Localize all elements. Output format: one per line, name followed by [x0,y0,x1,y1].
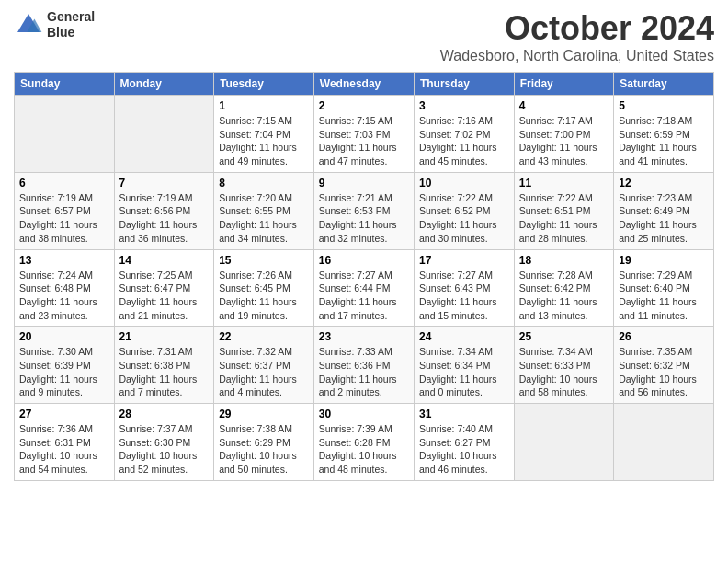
day-detail: Sunrise: 7:30 AM Sunset: 6:39 PM Dayligh… [19,345,109,399]
day-number: 17 [419,254,509,267]
calendar-day-cell: 10Sunrise: 7:22 AM Sunset: 6:52 PM Dayli… [414,172,514,249]
day-detail: Sunrise: 7:37 AM Sunset: 6:30 PM Dayligh… [119,422,210,477]
calendar-day-cell: 14Sunrise: 7:25 AM Sunset: 6:47 PM Dayli… [114,249,214,327]
calendar-day-cell [15,96,115,173]
logo: General Blue [14,9,95,40]
page-header: General Blue October 2024 Wadesboro, Nor… [14,9,714,64]
day-number: 1 [219,99,309,112]
calendar-day-cell: 13Sunrise: 7:24 AM Sunset: 6:48 PM Dayli… [15,249,115,327]
day-number: 19 [619,254,709,267]
day-number: 21 [119,330,210,343]
day-number: 31 [419,408,509,420]
calendar-day-cell: 23Sunrise: 7:33 AM Sunset: 6:36 PM Dayli… [313,327,414,404]
day-number: 12 [619,177,709,190]
day-detail: Sunrise: 7:16 AM Sunset: 7:02 PM Dayligh… [419,114,509,168]
calendar-day-cell: 30Sunrise: 7:39 AM Sunset: 6:28 PM Dayli… [313,404,414,481]
title-area: October 2024 Wadesboro, North Carolina, … [440,9,714,64]
day-detail: Sunrise: 7:39 AM Sunset: 6:28 PM Dayligh… [319,422,409,477]
day-detail: Sunrise: 7:35 AM Sunset: 6:32 PM Dayligh… [619,345,709,399]
day-number: 13 [19,254,109,267]
calendar-day-cell: 25Sunrise: 7:34 AM Sunset: 6:33 PM Dayli… [514,327,613,404]
day-detail: Sunrise: 7:23 AM Sunset: 6:49 PM Dayligh… [619,191,709,246]
day-detail: Sunrise: 7:18 AM Sunset: 6:59 PM Dayligh… [619,114,709,168]
calendar-day-cell: 1Sunrise: 7:15 AM Sunset: 7:04 PM Daylig… [214,96,314,173]
calendar-day-cell: 4Sunrise: 7:17 AM Sunset: 7:00 PM Daylig… [514,96,613,173]
calendar-day-cell: 28Sunrise: 7:37 AM Sunset: 6:30 PM Dayli… [114,404,214,481]
day-detail: Sunrise: 7:38 AM Sunset: 6:29 PM Dayligh… [219,422,309,477]
day-detail: Sunrise: 7:31 AM Sunset: 6:38 PM Dayligh… [119,345,210,399]
calendar-day-cell [614,404,714,481]
calendar-day-cell: 27Sunrise: 7:36 AM Sunset: 6:31 PM Dayli… [15,404,115,481]
day-detail: Sunrise: 7:20 AM Sunset: 6:55 PM Dayligh… [219,191,309,246]
calendar-week-row: 27Sunrise: 7:36 AM Sunset: 6:31 PM Dayli… [15,404,714,481]
day-number: 7 [119,177,210,190]
day-number: 3 [419,99,509,112]
day-number: 25 [519,330,609,343]
calendar-week-row: 13Sunrise: 7:24 AM Sunset: 6:48 PM Dayli… [15,249,714,327]
day-detail: Sunrise: 7:34 AM Sunset: 6:33 PM Dayligh… [519,345,609,399]
day-detail: Sunrise: 7:26 AM Sunset: 6:45 PM Dayligh… [219,269,309,323]
calendar-day-cell: 15Sunrise: 7:26 AM Sunset: 6:45 PM Dayli… [214,249,314,327]
day-number: 30 [319,408,409,420]
calendar-day-cell: 26Sunrise: 7:35 AM Sunset: 6:32 PM Dayli… [614,327,714,404]
day-number: 2 [319,99,409,112]
weekday-header: Wednesday [313,73,414,96]
calendar-week-row: 1Sunrise: 7:15 AM Sunset: 7:04 PM Daylig… [15,96,714,173]
day-detail: Sunrise: 7:21 AM Sunset: 6:53 PM Dayligh… [319,191,409,246]
logo-icon [14,10,43,40]
day-number: 5 [619,99,709,112]
day-number: 10 [419,177,509,190]
weekday-header: Saturday [614,73,714,96]
day-number: 23 [319,330,409,343]
day-detail: Sunrise: 7:17 AM Sunset: 7:00 PM Dayligh… [519,114,609,168]
day-detail: Sunrise: 7:29 AM Sunset: 6:40 PM Dayligh… [619,269,709,323]
day-number: 29 [219,408,309,420]
calendar-day-cell: 6Sunrise: 7:19 AM Sunset: 6:57 PM Daylig… [15,172,115,249]
calendar-day-cell: 7Sunrise: 7:19 AM Sunset: 6:56 PM Daylig… [114,172,214,249]
day-number: 4 [519,99,609,112]
calendar-day-cell: 3Sunrise: 7:16 AM Sunset: 7:02 PM Daylig… [414,96,514,173]
calendar-day-cell: 5Sunrise: 7:18 AM Sunset: 6:59 PM Daylig… [614,96,714,173]
calendar-day-cell: 16Sunrise: 7:27 AM Sunset: 6:44 PM Dayli… [313,249,414,327]
day-detail: Sunrise: 7:32 AM Sunset: 6:37 PM Dayligh… [219,345,309,399]
day-number: 16 [319,254,409,267]
day-detail: Sunrise: 7:27 AM Sunset: 6:44 PM Dayligh… [319,269,409,323]
weekday-header: Thursday [414,73,514,96]
calendar-day-cell: 2Sunrise: 7:15 AM Sunset: 7:03 PM Daylig… [313,96,414,173]
day-detail: Sunrise: 7:19 AM Sunset: 6:57 PM Dayligh… [19,191,109,246]
logo-line1: General [47,9,95,25]
day-number: 18 [519,254,609,267]
calendar-day-cell: 20Sunrise: 7:30 AM Sunset: 6:39 PM Dayli… [15,327,115,404]
month-title: October 2024 [440,9,714,48]
day-number: 14 [119,254,210,267]
calendar-day-cell: 22Sunrise: 7:32 AM Sunset: 6:37 PM Dayli… [214,327,314,404]
day-number: 11 [519,177,609,190]
calendar-day-cell: 12Sunrise: 7:23 AM Sunset: 6:49 PM Dayli… [614,172,714,249]
weekday-header: Sunday [15,73,115,96]
calendar-day-cell: 31Sunrise: 7:40 AM Sunset: 6:27 PM Dayli… [414,404,514,481]
day-number: 28 [119,408,210,420]
weekday-header: Monday [114,73,214,96]
day-detail: Sunrise: 7:22 AM Sunset: 6:51 PM Dayligh… [519,191,609,246]
day-detail: Sunrise: 7:34 AM Sunset: 6:34 PM Dayligh… [419,345,509,399]
calendar-header-row: SundayMondayTuesdayWednesdayThursdayFrid… [15,73,714,96]
day-number: 20 [19,330,109,343]
day-number: 8 [219,177,309,190]
day-detail: Sunrise: 7:24 AM Sunset: 6:48 PM Dayligh… [19,269,109,323]
calendar-day-cell: 8Sunrise: 7:20 AM Sunset: 6:55 PM Daylig… [214,172,314,249]
day-detail: Sunrise: 7:19 AM Sunset: 6:56 PM Dayligh… [119,191,210,246]
day-number: 27 [19,408,109,420]
day-number: 6 [19,177,109,190]
calendar-day-cell: 9Sunrise: 7:21 AM Sunset: 6:53 PM Daylig… [313,172,414,249]
day-detail: Sunrise: 7:15 AM Sunset: 7:04 PM Dayligh… [219,114,309,168]
day-number: 24 [419,330,509,343]
logo-line2: Blue [47,25,95,40]
weekday-header: Tuesday [214,73,314,96]
day-number: 22 [219,330,309,343]
calendar-day-cell: 19Sunrise: 7:29 AM Sunset: 6:40 PM Dayli… [614,249,714,327]
calendar-table: SundayMondayTuesdayWednesdayThursdayFrid… [14,72,714,481]
weekday-header: Friday [514,73,613,96]
day-number: 9 [319,177,409,190]
day-detail: Sunrise: 7:27 AM Sunset: 6:43 PM Dayligh… [419,269,509,323]
calendar-day-cell: 21Sunrise: 7:31 AM Sunset: 6:38 PM Dayli… [114,327,214,404]
